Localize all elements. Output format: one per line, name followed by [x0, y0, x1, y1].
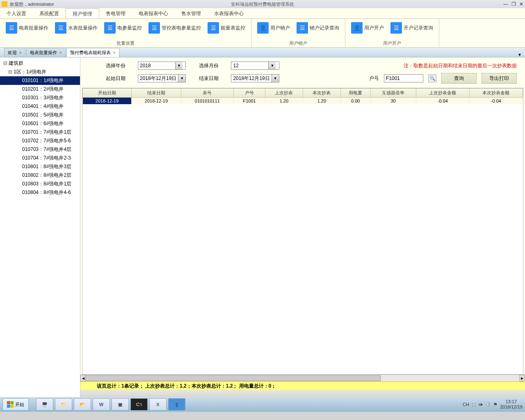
data-table-wrap: 开始日期结束日期表号户号上次抄表本次抄表用电量互感器倍率上次抄表金额本次抄表金额…: [82, 88, 523, 374]
list-icon: ☰: [55, 22, 66, 34]
tab-dropdown-icon[interactable]: ▼: [518, 52, 522, 57]
menu-system[interactable]: 系统配置: [33, 8, 66, 18]
tree-leaf[interactable]: 010201：2#强电井: [0, 85, 80, 94]
task-item[interactable]: 🖥️: [36, 398, 53, 411]
tree-leaf[interactable]: 010803：8#强电井1层: [0, 180, 80, 188]
chevron-down-icon[interactable]: ▼: [175, 62, 183, 69]
ribbon-energy-monitor[interactable]: ☰能量表监控: [205, 21, 248, 35]
menu-water-report[interactable]: 水表报表中心: [208, 8, 250, 18]
ribbon-ctrl-param[interactable]: ☰管控表电参量监控: [146, 21, 203, 35]
taskbar-clock[interactable]: 13:17 2018/12/19: [500, 399, 523, 410]
tree-leaf[interactable]: 010804：8#强电井4-6: [0, 188, 80, 197]
sidebar-tree[interactable]: ⊟ 建筑群 ⊟ 1区：1#强电井 010101：1#强电井010201：2#强电…: [0, 57, 80, 397]
column-header[interactable]: 上次抄表: [265, 89, 303, 98]
collapse-icon[interactable]: ⊟: [8, 69, 12, 75]
tree-leaf[interactable]: 010401：4#强电井: [0, 102, 80, 111]
horizontal-scrollbar[interactable]: ◀ ▶: [80, 374, 525, 381]
table-cell: 0101010111: [181, 98, 234, 105]
menu-bar: 个人设置 系统配置 用户管理 售电管理 电表报表中心 售水管理 水表报表中心: [0, 8, 525, 19]
table-cell: 2018-12-19: [83, 98, 132, 105]
tree-leaf[interactable]: 010601：6#强电井: [0, 119, 80, 128]
chevron-down-icon[interactable]: ▼: [178, 75, 185, 82]
close-icon[interactable]: ×: [59, 50, 62, 55]
ime-indicator[interactable]: CH: [463, 402, 469, 407]
scroll-right-icon[interactable]: ▶: [519, 375, 525, 381]
list-icon: ☰: [104, 22, 116, 34]
ribbon-elec-param[interactable]: ☰电参量监控: [102, 21, 144, 35]
tray-icon[interactable]: ⚑: [493, 402, 498, 407]
menu-user[interactable]: 用户管理: [66, 8, 99, 18]
scroll-thumb[interactable]: [85, 375, 381, 381]
tree-zone[interactable]: ⊟ 1区：1#强电井: [0, 68, 80, 76]
tree-leaf[interactable]: 010704：7#强电井2-3: [0, 154, 80, 162]
column-header[interactable]: 户号: [234, 89, 265, 98]
ribbon-open-account[interactable]: 👤用户开户: [349, 21, 386, 35]
ribbon-close-query[interactable]: ☰销户记录查询: [294, 21, 342, 35]
ribbon-open-query[interactable]: ☰开户记录查询: [388, 21, 436, 35]
table-row[interactable]: 2018-12-192018-12-190101010111F10011.201…: [83, 98, 523, 105]
tray-icon[interactable]: 🛡️: [485, 402, 491, 407]
search-button[interactable]: 🔍: [428, 74, 436, 82]
column-header[interactable]: 开始日期: [83, 89, 132, 98]
tree-leaf[interactable]: 010101：1#强电井: [0, 76, 80, 85]
tree-leaf[interactable]: 010703：7#强电井4层: [0, 145, 80, 154]
ribbon-group-label: 批量设置: [3, 39, 248, 47]
collapse-icon[interactable]: ⊟: [3, 60, 7, 66]
task-item-cmd[interactable]: C:\: [130, 398, 148, 411]
account-input[interactable]: [384, 74, 423, 82]
start-date-select[interactable]: 2018年12月19日▼: [138, 74, 186, 82]
ribbon-close-account[interactable]: 👤用户销户: [255, 21, 292, 35]
year-select[interactable]: 2018▼: [138, 62, 186, 70]
task-item[interactable]: 📁: [55, 398, 72, 411]
column-header[interactable]: 结束日期: [132, 89, 181, 98]
column-header[interactable]: 本次抄表金额: [469, 89, 523, 98]
table-cell: 0.00: [340, 98, 370, 105]
column-header[interactable]: 表号: [181, 89, 234, 98]
column-header[interactable]: 用电量: [340, 89, 370, 98]
column-header[interactable]: 上次抄表金额: [416, 89, 469, 98]
export-button[interactable]: 导出打印: [482, 73, 517, 84]
menu-personal[interactable]: 个人设置: [0, 8, 33, 18]
chevron-down-icon[interactable]: ▼: [272, 75, 279, 82]
query-button[interactable]: 查询: [441, 73, 477, 84]
start-button[interactable]: 开始: [2, 398, 29, 411]
tray-icon[interactable]: ⬚: [472, 402, 476, 407]
task-item-word[interactable]: W: [93, 398, 110, 411]
end-date-select[interactable]: 2018年12月19日▼: [231, 74, 279, 82]
close-icon[interactable]: ×: [113, 50, 116, 55]
task-item[interactable]: ▦: [112, 398, 129, 411]
tree-leaf[interactable]: 010702：7#强电井5-6: [0, 137, 80, 145]
tray-icon[interactable]: 🕪: [478, 402, 483, 407]
system-tray: CH ⬚ 🕪 🛡️ ⚑ 13:17 2018/12/19: [463, 399, 523, 410]
minimize-icon[interactable]: —: [503, 1, 508, 7]
menu-elec-report[interactable]: 电表报表中心: [132, 8, 175, 18]
tree-root[interactable]: ⊟ 建筑群: [0, 59, 80, 68]
tree-leaf[interactable]: 010801：8#强电井3层: [0, 162, 80, 171]
chevron-down-icon[interactable]: ▼: [268, 62, 276, 69]
close-icon[interactable]: ✕: [519, 1, 523, 7]
tree-leaf[interactable]: 010701：7#强电井1层: [0, 128, 80, 137]
tree-leaf[interactable]: 010501：5#强电井: [0, 111, 80, 119]
task-item[interactable]: 📂: [74, 398, 91, 411]
tree-leaf[interactable]: 010301：3#强电井: [0, 94, 80, 102]
filter-note: 注：取数是起始日期和结束日期的最后一次抄表数据: [404, 62, 517, 69]
column-header[interactable]: 本次抄表: [303, 89, 340, 98]
tab-elec-batch[interactable]: 电表批量操作×: [26, 48, 66, 57]
close-icon[interactable]: ×: [19, 50, 22, 55]
tabs-bar: 欢迎× 电表批量操作× 预付费电表能耗报表× ▼: [0, 48, 525, 57]
task-item-active[interactable]: ▯: [168, 398, 185, 411]
ribbon-water-batch[interactable]: ☰水表批量操作: [52, 21, 100, 35]
task-item-excel[interactable]: X: [149, 398, 167, 411]
taskbar: 开始 🖥️ 📁 📂 W ▦ C:\ X ▯ CH ⬚ 🕪 🛡️ ⚑ 13:17 …: [0, 397, 525, 412]
tab-welcome[interactable]: 欢迎×: [4, 48, 25, 57]
tree-leaf[interactable]: 010802：8#强电井2层: [0, 171, 80, 180]
menu-water-sale[interactable]: 售水管理: [175, 8, 208, 18]
tab-report[interactable]: 预付费电表能耗报表×: [66, 48, 119, 57]
ribbon-group-batch: ☰电表批量操作 ☰水表批量操作 ☰电参量监控 ☰管控表电参量监控 ☰能量表监控 …: [0, 19, 251, 47]
column-header[interactable]: 互感器倍率: [370, 89, 416, 98]
month-select[interactable]: 12▼: [231, 62, 279, 70]
ribbon-elec-batch[interactable]: ☰电表批量操作: [3, 21, 51, 35]
maximize-icon[interactable]: ❐: [511, 1, 516, 7]
menu-elec-sale[interactable]: 售电管理: [99, 8, 132, 18]
table-cell: -0.04: [469, 98, 523, 105]
